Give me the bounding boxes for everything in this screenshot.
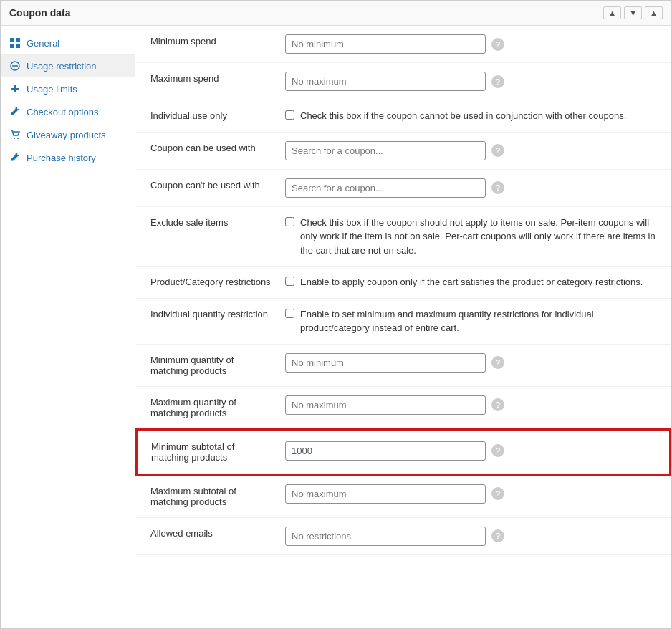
individual-quantity-restriction-field: Enable to set minimum and maximum quanti… [279,298,671,344]
allowed-emails-label: Allowed emails [136,517,279,554]
maximum-spend-row: Maximum spend ? [136,63,671,100]
form-table: Minimum spend ? Maximum spend [135,26,671,555]
maximum-subtotal-matching-row: Maximum subtotal of matching products ? [136,475,671,518]
allowed-emails-help-icon[interactable]: ? [491,529,504,542]
svg-rect-2 [10,44,14,48]
minimum-quantity-matching-help-icon[interactable]: ? [491,356,504,369]
maximum-quantity-matching-help-icon[interactable]: ? [491,398,504,411]
minimum-subtotal-matching-help-icon[interactable]: ? [491,444,504,457]
allowed-emails-field: ? [279,517,671,554]
sidebar-item-giveaway-products-label: Giveaway products [27,130,106,140]
individual-quantity-restriction-row: Individual quantity restriction Enable t… [136,298,671,344]
exclude-sale-items-checkbox-group: Check this box if the coupon should not … [285,216,662,258]
sidebar-item-checkout-options[interactable]: Checkout options [1,100,135,123]
minimum-quantity-matching-label: Minimum quantity of matching products [136,344,279,386]
maximum-quantity-matching-input-group: ? [285,395,662,415]
coupon-can-be-used-with-row: Coupon can be used with ? [136,132,671,169]
maximum-subtotal-matching-input[interactable] [285,484,486,504]
minimum-subtotal-matching-input[interactable] [285,441,486,461]
individual-use-only-checkbox[interactable] [285,110,294,120]
circle-ban-icon [9,60,21,72]
coupon-cant-be-used-with-input-group: ? [285,178,662,198]
maximum-quantity-matching-input[interactable] [285,395,486,415]
maximum-spend-field: ? [279,63,671,100]
coupon-can-be-used-with-label: Coupon can be used with [136,132,279,169]
exclude-sale-items-checkbox-label: Check this box if the coupon should not … [300,216,662,258]
sidebar-item-usage-limits[interactable]: Usage limits [1,77,135,100]
allowed-emails-input[interactable] [285,527,486,546]
minimum-spend-field: ? [279,26,671,63]
product-category-restrictions-checkbox[interactable] [285,277,294,286]
wrench-icon [9,106,21,117]
maximum-subtotal-matching-help-icon[interactable]: ? [491,487,504,500]
maximum-subtotal-matching-field: ? [279,475,671,518]
sidebar-item-purchase-history[interactable]: Purchase history [1,146,135,169]
coupon-can-be-used-with-help-icon[interactable]: ? [491,144,504,157]
minimum-subtotal-matching-input-group: ? [285,441,661,461]
individual-use-only-field: Check this box if the coupon cannot be u… [279,100,671,133]
sidebar-item-general[interactable]: General [1,32,135,54]
collapse-button[interactable]: ▲ [603,6,621,19]
minimum-quantity-matching-input[interactable] [285,353,486,373]
individual-quantity-restriction-checkbox-label: Enable to set minimum and maximum quanti… [300,307,662,335]
cart-icon [9,129,21,140]
product-category-restrictions-checkbox-group: Enable to apply coupon only if the cart … [285,275,662,289]
product-category-restrictions-field: Enable to apply coupon only if the cart … [279,267,671,299]
individual-quantity-restriction-label: Individual quantity restriction [136,298,279,344]
maximum-spend-help-icon[interactable]: ? [491,75,504,88]
product-category-restrictions-row: Product/Category restrictions Enable to … [136,267,671,299]
product-category-restrictions-checkbox-label: Enable to apply coupon only if the cart … [300,275,643,289]
individual-use-only-checkbox-label: Check this box if the coupon cannot be u… [300,109,626,123]
exclude-sale-items-checkbox[interactable] [285,217,294,226]
coupon-can-be-used-with-input-group: ? [285,141,662,160]
minimum-spend-help-icon[interactable]: ? [491,38,504,51]
svg-rect-3 [16,44,20,48]
maximum-spend-label: Maximum spend [136,63,279,100]
individual-use-only-label: Individual use only [136,100,279,133]
exclude-sale-items-field: Check this box if the coupon should not … [279,206,671,267]
maximum-subtotal-matching-input-group: ? [285,484,662,504]
minimum-subtotal-matching-row: Minimum subtotal of matching products ? [136,429,671,475]
expand-button[interactable]: ▼ [624,6,642,19]
main-layout: General Usage restriction Usage limit [1,26,671,628]
minimum-spend-input-group: ? [285,34,662,54]
coupon-cant-be-used-with-row: Coupon can't be used with ? [136,169,671,206]
maximum-quantity-matching-row: Maximum quantity of matching products ? [136,386,671,429]
individual-quantity-restriction-checkbox-group: Enable to set minimum and maximum quanti… [285,307,662,335]
window-title: Coupon data [9,7,71,19]
svg-rect-7 [11,88,19,90]
coupon-cant-be-used-with-input[interactable] [285,178,486,198]
maximum-quantity-matching-label: Maximum quantity of matching products [136,386,279,429]
maximum-spend-input[interactable] [285,72,486,91]
coupon-cant-be-used-with-help-icon[interactable]: ? [491,181,504,194]
fullscreen-button[interactable]: ▲ [645,6,663,19]
coupon-can-be-used-with-field: ? [279,132,671,169]
minimum-spend-label: Minimum spend [136,26,279,63]
product-category-restrictions-label: Product/Category restrictions [136,267,279,299]
content-area: Minimum spend ? Maximum spend [135,26,671,628]
sidebar-item-checkout-options-label: Checkout options [27,107,98,117]
title-bar-controls: ▲ ▼ ▲ [603,6,663,19]
minimum-quantity-matching-row: Minimum quantity of matching products ? [136,344,671,386]
sidebar-item-usage-limits-label: Usage limits [27,84,77,95]
sidebar-item-usage-restriction-label: Usage restriction [27,61,97,72]
minimum-spend-input[interactable] [285,34,486,54]
coupon-can-be-used-with-input[interactable] [285,141,486,160]
minimum-spend-row: Minimum spend ? [136,26,671,63]
sidebar-item-usage-restriction[interactable]: Usage restriction [1,54,135,77]
allowed-emails-row: Allowed emails ? [136,517,671,554]
svg-point-8 [14,138,15,139]
svg-rect-0 [10,38,14,42]
coupon-data-window: Coupon data ▲ ▼ ▲ General [0,0,672,629]
wrench2-icon [9,152,21,163]
individual-use-only-checkbox-group: Check this box if the coupon cannot be u… [285,109,662,123]
individual-use-only-row: Individual use only Check this box if th… [136,100,671,133]
sidebar-item-giveaway-products[interactable]: Giveaway products [1,123,135,146]
maximum-spend-input-group: ? [285,72,662,91]
sidebar-item-general-label: General [27,38,59,49]
plus-icon [9,83,21,95]
individual-quantity-restriction-checkbox[interactable] [285,309,294,318]
minimum-quantity-matching-field: ? [279,344,671,386]
grid-icon [9,37,21,49]
svg-point-9 [17,138,19,139]
